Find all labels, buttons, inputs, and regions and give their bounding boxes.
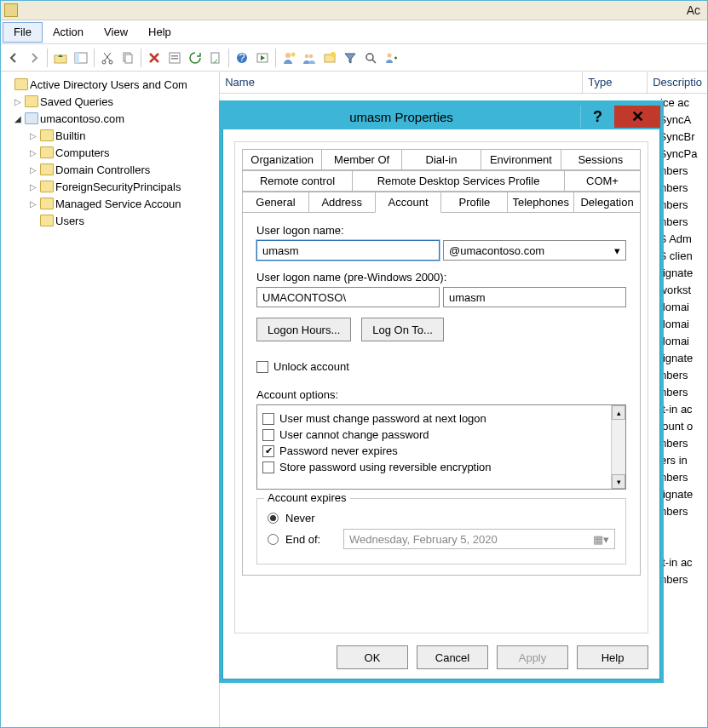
folder-icon	[25, 95, 38, 107]
collapse-arrow[interactable]: ◢	[13, 114, 23, 123]
refresh-icon[interactable]	[186, 49, 204, 67]
tree-saved-queries[interactable]: Saved Queries	[40, 95, 113, 108]
svg-point-20	[366, 54, 373, 60]
tab-com-plus[interactable]: COM+	[564, 170, 641, 192]
tab-rds-profile[interactable]: Remote Desktop Services Profile	[352, 170, 565, 192]
expand-arrow[interactable]: ▷	[13, 97, 23, 106]
expand-arrow[interactable]: ▷	[28, 131, 38, 140]
folder-icon	[14, 78, 28, 90]
copy-icon[interactable]	[118, 49, 137, 67]
tab-account[interactable]: Account	[375, 192, 442, 213]
cancel-button[interactable]: Cancel	[417, 645, 488, 669]
run-icon[interactable]	[253, 49, 272, 67]
option-label: Store password using reversible encrypti…	[279, 461, 492, 473]
svg-point-16	[305, 54, 309, 58]
forward-button[interactable]	[25, 49, 43, 67]
col-name[interactable]: Name	[220, 72, 583, 93]
checkbox-icon	[262, 413, 274, 425]
help-button[interactable]: Help	[577, 645, 648, 669]
delete-icon[interactable]	[145, 49, 164, 67]
tree-pane[interactable]: Active Directory Users and Com ▷ Saved Q…	[1, 72, 220, 727]
upn-suffix-select[interactable]: @umacontoso.com ▾	[443, 240, 626, 261]
expires-endof-radio[interactable]: End of: Wednesday, February 5, 2020 ▦▾	[268, 529, 615, 549]
col-desc[interactable]: Descriptio	[648, 72, 707, 93]
toolbar: ?	[1, 44, 707, 72]
tab-organization[interactable]: Organization	[242, 149, 322, 170]
expand-arrow[interactable]: ▷	[28, 165, 38, 175]
tab-remote-control[interactable]: Remote control	[242, 170, 353, 192]
folder-up-icon[interactable]	[51, 49, 70, 67]
tab-telephones[interactable]: Telephones	[507, 192, 574, 213]
folder-icon	[40, 181, 54, 192]
cut-icon[interactable]	[98, 49, 117, 67]
svg-rect-6	[125, 54, 132, 63]
show-hide-tree-icon[interactable]	[72, 49, 90, 67]
tab-sessions[interactable]: Sessions	[561, 149, 641, 170]
menu-file[interactable]: File	[3, 22, 43, 43]
svg-point-17	[309, 54, 314, 58]
menu-help[interactable]: Help	[138, 22, 181, 42]
log-on-to-button[interactable]: Log On To...	[361, 318, 444, 341]
export-icon[interactable]	[206, 49, 225, 67]
expires-never-radio[interactable]: Never	[268, 512, 615, 525]
expand-arrow[interactable]: ▷	[28, 199, 38, 209]
account-option[interactable]: User cannot change password	[262, 428, 606, 441]
new-user-icon[interactable]	[279, 49, 298, 67]
help-button[interactable]: ?	[580, 106, 614, 128]
tree-computers[interactable]: Computers	[55, 146, 110, 159]
tab-profile[interactable]: Profile	[440, 192, 508, 213]
tree-msa[interactable]: Managed Service Accoun	[55, 198, 181, 210]
tree-builtin[interactable]: Builtin	[55, 129, 85, 142]
help-icon[interactable]: ?	[233, 49, 251, 67]
add-to-group-icon[interactable]	[382, 49, 400, 67]
folder-icon	[40, 163, 54, 175]
dialog-titlebar[interactable]: umasm Properties ? ✕	[222, 104, 660, 129]
never-label: Never	[285, 512, 315, 525]
end-date-picker[interactable]: Wednesday, February 5, 2020 ▦▾	[343, 529, 615, 549]
filter-icon[interactable]	[341, 49, 360, 67]
unlock-account-checkbox[interactable]: Unlock account	[256, 360, 626, 373]
account-option[interactable]: User must change password at next logon	[262, 412, 606, 425]
tree-dc[interactable]: Domain Controllers	[55, 163, 150, 176]
expand-arrow[interactable]: ▷	[28, 148, 38, 158]
tree-domain[interactable]: umacontoso.com	[40, 112, 124, 125]
tree-users[interactable]: Users	[55, 215, 84, 227]
expand-arrow[interactable]: ▷	[28, 182, 38, 192]
close-button[interactable]: ✕	[614, 106, 660, 128]
logon-hours-button[interactable]: Logon Hours...	[256, 318, 351, 341]
back-button[interactable]	[4, 49, 23, 67]
tab-dial-in[interactable]: Dial-in	[401, 149, 481, 170]
logon-name-input[interactable]	[256, 240, 440, 261]
endof-label: End of:	[285, 533, 337, 546]
option-label: User must change password at next logon	[279, 412, 486, 425]
scroll-up-button[interactable]: ▴	[612, 405, 625, 420]
menu-bar: File Action View Help	[1, 20, 707, 44]
prewin-user-input[interactable]	[443, 287, 626, 307]
ok-button[interactable]: OK	[337, 645, 408, 669]
col-type[interactable]: Type	[583, 72, 648, 93]
title-bar: Ac	[1, 1, 707, 20]
find-icon[interactable]	[361, 49, 380, 67]
menu-view[interactable]: View	[94, 22, 138, 42]
menu-action[interactable]: Action	[43, 22, 94, 42]
scroll-down-button[interactable]: ▾	[612, 474, 625, 489]
folder-icon	[40, 198, 54, 209]
tab-delegation[interactable]: Delegation	[573, 192, 641, 213]
new-ou-icon[interactable]	[320, 49, 339, 67]
tab-general[interactable]: General	[242, 192, 309, 213]
account-options-list[interactable]: User must change password at next logonU…	[256, 404, 626, 490]
new-group-icon[interactable]	[300, 49, 319, 67]
apply-button[interactable]: Apply	[497, 645, 568, 669]
calendar-dropdown-icon: ▦▾	[593, 533, 609, 546]
tab-member-of[interactable]: Member Of	[321, 149, 401, 170]
folder-icon	[40, 129, 54, 141]
tab-address[interactable]: Address	[308, 192, 376, 213]
properties-icon[interactable]	[165, 49, 184, 67]
account-option[interactable]: ✔Password never expires	[262, 444, 606, 457]
scrollbar[interactable]: ▴ ▾	[611, 405, 625, 489]
end-date-value: Wednesday, February 5, 2020	[349, 533, 498, 546]
tree-root-label[interactable]: Active Directory Users and Com	[30, 78, 187, 91]
account-option[interactable]: Store password using reversible encrypti…	[262, 461, 606, 473]
tab-environment[interactable]: Environment	[481, 149, 561, 170]
tree-fsp[interactable]: ForeignSecurityPrincipals	[55, 181, 181, 193]
